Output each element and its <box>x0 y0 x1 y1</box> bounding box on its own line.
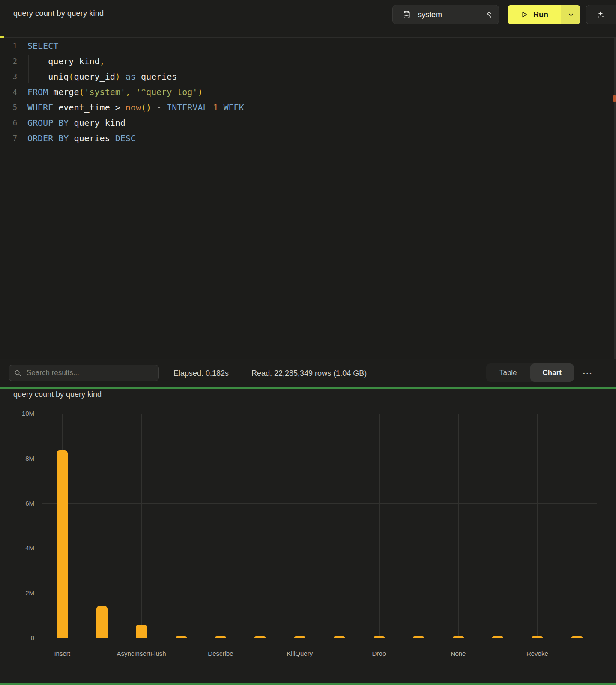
chart-title: query count by query kind <box>13 390 102 399</box>
bar[interactable] <box>492 636 503 638</box>
y-tick-label: 8M <box>9 455 34 462</box>
bar[interactable] <box>96 606 108 638</box>
bottom-divider <box>0 683 616 685</box>
bar[interactable] <box>532 636 543 638</box>
tab-table[interactable]: Table <box>486 363 530 382</box>
run-button-label: Run <box>533 10 548 19</box>
gridline <box>379 414 380 638</box>
sql-console: query count by query kind system <box>0 0 616 685</box>
y-tick-label: 10M <box>9 410 34 417</box>
code-line: 5WHERE event_time > now() - INTERVAL 1 W… <box>0 100 616 115</box>
code-lines: 1SELECT2 query_kind,3 uniq(query_id) as … <box>0 38 616 146</box>
bar[interactable] <box>136 625 147 638</box>
bar[interactable] <box>254 636 266 638</box>
results-toolbar: Elapsed: 0.182s Read: 22,285,349 rows (1… <box>0 359 616 387</box>
run-button[interactable]: Run <box>508 5 561 24</box>
x-tick-label: AsyncInsertFlush <box>103 650 180 657</box>
y-tick-label: 6M <box>9 500 34 507</box>
indent-guide <box>28 55 29 83</box>
database-selector[interactable]: system <box>392 5 499 24</box>
y-tick-label: 4M <box>9 544 34 551</box>
gridline <box>42 459 597 459</box>
search-icon <box>14 369 21 377</box>
database-selector-value: system <box>418 10 486 19</box>
top-bar: query count by query kind system <box>0 0 616 38</box>
scrollbar-annotation-mark <box>613 95 616 102</box>
code-line: 4FROM merge('system', '^query_log') <box>0 84 616 100</box>
line-number: 6 <box>0 115 17 131</box>
code-line: 6GROUP BY query_kind <box>0 115 616 131</box>
sql-editor[interactable]: 1SELECT2 query_kind,3 uniq(query_id) as … <box>0 38 616 359</box>
code-line: 3 uniq(query_id) as queries <box>0 69 616 84</box>
bar[interactable] <box>571 636 583 638</box>
x-tick-label: KillQuery <box>261 650 338 657</box>
bar[interactable] <box>334 636 345 638</box>
gridline <box>221 414 221 638</box>
line-number: 2 <box>0 54 17 69</box>
run-button-group: Run <box>508 5 580 24</box>
bar[interactable] <box>453 636 464 638</box>
bar[interactable] <box>374 636 385 638</box>
more-options-button[interactable]: ··· <box>580 359 595 388</box>
x-tick-label: None <box>420 650 497 657</box>
database-icon <box>402 10 411 19</box>
gridline <box>300 414 300 638</box>
y-tick-label: 2M <box>9 589 34 596</box>
x-tick-label: Revoke <box>499 650 576 657</box>
gridline <box>537 414 538 638</box>
bar[interactable] <box>215 636 226 638</box>
chevron-updown-icon <box>486 10 493 19</box>
gridline <box>458 414 459 638</box>
chevron-down-icon <box>568 12 574 18</box>
view-toggle: Table Chart <box>486 363 574 382</box>
gridline <box>42 548 597 548</box>
x-axis-line <box>42 638 597 638</box>
y-tick-label: 0 <box>9 634 34 641</box>
x-tick-label: Describe <box>182 650 259 657</box>
play-icon <box>520 11 528 18</box>
bar[interactable] <box>413 636 424 638</box>
x-tick-label: Insert <box>24 650 101 657</box>
gridline <box>42 593 597 593</box>
line-number: 3 <box>0 69 17 84</box>
line-number: 7 <box>0 131 17 146</box>
tab-chart[interactable]: Chart <box>530 363 574 382</box>
read-stat: Read: 22,285,349 rows (1.04 GB) <box>251 359 367 388</box>
code-line: 7ORDER BY queries DESC <box>0 131 616 146</box>
bar[interactable] <box>57 450 68 638</box>
bar[interactable] <box>176 636 187 638</box>
search-results-box <box>9 365 159 381</box>
search-results-input[interactable] <box>26 368 153 378</box>
run-options-button[interactable] <box>561 5 580 24</box>
query-tab-title: query count by query kind <box>13 9 104 18</box>
chart-panel: query count by query kind 02M4M6M8M10MIn… <box>0 389 616 685</box>
gridline <box>141 414 142 638</box>
line-number: 5 <box>0 100 17 115</box>
elapsed-stat: Elapsed: 0.182s <box>173 359 229 388</box>
gridline <box>42 414 597 414</box>
code-line: 2 query_kind, <box>0 54 616 69</box>
code-line: 1SELECT <box>0 38 616 54</box>
bar[interactable] <box>294 636 305 638</box>
line-number: 1 <box>0 38 17 54</box>
x-tick-label: Drop <box>341 650 418 657</box>
gridline <box>42 503 597 504</box>
line-number: 4 <box>0 84 17 100</box>
ai-assistant-button[interactable] <box>586 5 616 24</box>
sparkles-icon <box>595 9 606 20</box>
